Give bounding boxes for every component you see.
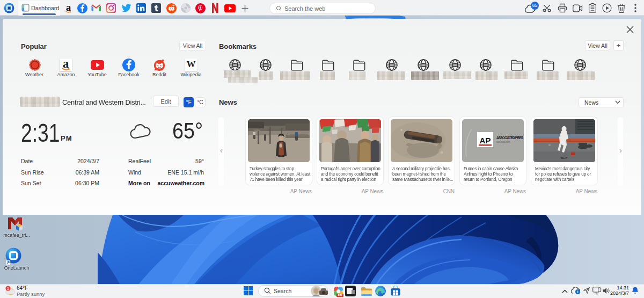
svg-text:ASSOCIATED PRES: ASSOCIATED PRES <box>496 136 524 140</box>
svg-text:AP: AP <box>480 136 491 145</box>
svg-text:apnews.com: apnews.com <box>496 141 510 143</box>
svg-text:PRI: PRI <box>338 294 342 297</box>
svg-text:1: 1 <box>7 287 9 290</box>
svg-text:i: i <box>577 289 578 294</box>
